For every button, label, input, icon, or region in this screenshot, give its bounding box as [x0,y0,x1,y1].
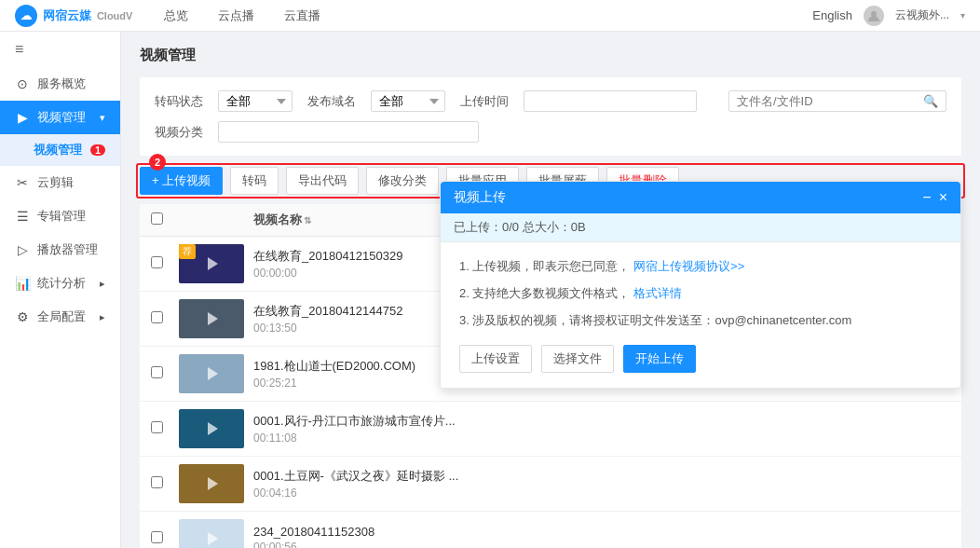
top-nav-menu: 总览 云点播 云直播 [160,0,812,32]
upload-modal-footer: 上传设置 选择文件 开始上传 [459,345,942,373]
start-upload-button[interactable]: 开始上传 [623,345,696,373]
sidebar-item-stats[interactable]: 📊 统计分析 ▸ [0,267,120,300]
top-nav-right: English 云视频外... ▾ [812,6,965,26]
play-icon-1 [202,309,221,328]
search-wrapper: 🔍 [728,90,946,112]
row-check-5 [151,531,179,546]
sidebar-item-album[interactable]: ☰ 专辑管理 [0,199,120,233]
stats-chevron: ▸ [100,278,105,290]
upload-settings-button[interactable]: 上传设置 [459,345,532,373]
row-name-4: 0001.土豆网-《武汉之夜》延时摄影 ... 00:04:16 [253,468,512,500]
row-check-1 [151,311,179,326]
logo-icon: ☁ [15,5,37,27]
export-code-button[interactable]: 导出代码 [286,167,359,195]
upload-close-button[interactable]: × [939,189,947,206]
publish-select[interactable]: 全部 [371,90,445,112]
transcode-button[interactable]: 转码 [230,167,279,195]
row-check-4 [151,476,179,491]
row-name-3: 0001.风行-丹江口市旅游城市宣传片... 00:11:08 [253,413,512,445]
search-icon[interactable]: 🔍 [916,94,946,108]
col-check-header [151,212,179,227]
upload-modal-header: 视频上传 − × [441,182,960,213]
sidebar-item-player[interactable]: ▷ 播放器管理 [0,233,120,267]
svg-marker-4 [208,422,218,435]
thumbnail-2 [179,354,244,393]
sidebar-item-overview[interactable]: ⊙ 服务概览 [0,67,120,101]
svg-marker-3 [208,367,218,380]
thumb-tag-0: 荐 [179,244,196,259]
upload-modal-title: 视频上传 [454,189,506,206]
thumbnail-4 [179,464,244,503]
row-checkbox-4[interactable] [151,476,163,488]
video-name-text-4: 0001.土豆网-《武汉之夜》延时摄影 ... [253,468,512,485]
video-mgmt-chevron: ▾ [100,112,105,124]
row-checkbox-1[interactable] [151,311,163,323]
modify-class-button[interactable]: 修改分类 [366,167,439,195]
user-avatar [864,6,884,26]
upload-time-label: 上传时间 [460,93,509,110]
play-icon-0 [202,254,221,273]
upload-progress-bar: 已上传：0/0 总大小：0B [441,213,960,242]
sidebar-item-global-config[interactable]: ⚙ 全局配置 ▸ [0,300,120,334]
upload-time-input[interactable] [524,90,697,112]
transcode-select[interactable]: 全部 [218,90,293,112]
row-checkbox-0[interactable] [151,256,163,268]
sidebar-item-label-stats: 统计分析 [37,275,86,292]
search-input[interactable] [729,91,916,111]
body-layout: ≡ ⊙ 服务概览 ▶ 视频管理 ▾ 视频管理 1 ✂ 云剪辑 ☰ 专辑管理 ▷ … [0,32,980,548]
row-checkbox-5[interactable] [151,531,163,543]
sidebar-toggle[interactable]: ≡ [0,32,120,67]
sidebar-item-label-album: 专辑管理 [37,208,86,225]
row-checkbox-2[interactable] [151,366,163,378]
upload-info-list: 1. 上传视频，即表示您已同意， 网宿上传视频协议>> 2. 支持绝大多数视频文… [459,257,942,330]
table-row: 0001.土豆网-《武汉之夜》延时摄影 ... 00:04:16 [140,457,961,512]
video-name-text-5: 234_20180411152308 [253,525,512,539]
name-sort-icon: ⇅ [304,215,311,226]
upload-minimize-button[interactable]: − [922,189,931,206]
row-name-5: 234_20180411152308 00:00:56 [253,525,512,549]
global-config-chevron: ▸ [100,311,105,323]
nav-item-live[interactable]: 云直播 [280,0,324,32]
thumbnail-1 [179,299,244,338]
svg-marker-2 [208,312,218,325]
play-icon-5 [202,529,221,548]
stats-icon: 📊 [15,276,30,291]
nav-item-overview[interactable]: 总览 [160,0,192,32]
filter-row-2: 视频分类 [155,121,946,143]
category-input[interactable] [218,121,479,143]
svg-marker-1 [208,257,218,270]
upload-info-item-3: 3. 涉及版权的视频，请将授权证明文件发送至：ovp@chinanetcente… [459,311,942,331]
filter-bar: 转码状态 全部 发布域名 全部 上传时间 🔍 视频分类 [140,77,961,156]
thumbnail-0: 荐 [179,244,244,283]
category-label: 视频分类 [155,124,203,141]
row-thumb-1 [179,299,253,338]
upload-modal-controls: − × [922,189,947,206]
sidebar-item-label-global-config: 全局配置 [37,308,86,325]
play-icon-2 [202,364,221,383]
sidebar-item-label-cloud-edit: 云剪辑 [37,174,74,191]
sidebar-item-video-mgmt[interactable]: ▶ 视频管理 ▾ [0,101,120,134]
nav-item-vod[interactable]: 云点播 [214,0,258,32]
language-button[interactable]: English [812,8,852,22]
page-title: 视频管理 [140,47,961,64]
main-content: 视频管理 转码状态 全部 发布域名 全部 上传时间 🔍 [121,32,980,548]
select-file-button[interactable]: 选择文件 [541,345,614,373]
user-menu-button[interactable]: 云视频外... [895,7,949,23]
upload-video-button[interactable]: + 上传视频 [140,167,223,195]
row-thumb-2 [179,354,253,393]
row-checkbox-3[interactable] [151,421,163,433]
global-config-icon: ⚙ [15,309,30,324]
sidebar-item-label-video-mgmt: 视频管理 [37,109,86,126]
format-detail-link[interactable]: 格式详情 [633,286,682,300]
table-row: 234_20180411152308 00:00:56 [140,512,961,548]
logo-text: 网宿云媒 CloudV [43,7,132,24]
svg-marker-5 [208,477,218,490]
overview-icon: ⊙ [15,76,30,91]
sidebar-sub-item-video-mgmt[interactable]: 视频管理 1 [0,134,120,166]
sidebar-item-cloud-edit[interactable]: ✂ 云剪辑 [0,166,120,199]
thumbnail-5 [179,519,244,548]
cloud-edit-icon: ✂ [15,175,30,190]
select-all-checkbox[interactable] [151,212,163,225]
player-icon: ▷ [15,242,30,257]
upload-agreement-link[interactable]: 网宿上传视频协议>> [633,259,744,273]
